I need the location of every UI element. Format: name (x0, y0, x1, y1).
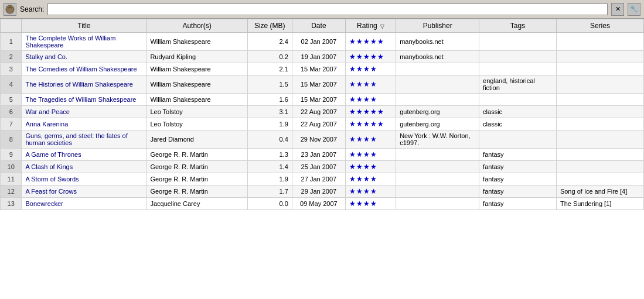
col-header-series[interactable]: Series (556, 19, 643, 33)
book-date: 22 Aug 2007 (292, 106, 345, 118)
star-rating: ★★★★★ (349, 37, 384, 46)
book-title[interactable]: A Game of Thrones (22, 149, 146, 161)
book-title[interactable]: The Complete Works of William Shakespear… (22, 33, 146, 51)
table-row[interactable]: 6War and PeaceLeo Tolstoy3.122 Aug 2007★… (1, 106, 644, 118)
book-series (556, 161, 643, 173)
book-publisher (396, 161, 479, 173)
book-size: 1.6 (247, 94, 292, 106)
preferences-button[interactable]: 🔧 (628, 3, 640, 16)
book-title[interactable]: War and Peace (22, 106, 146, 118)
table-row[interactable]: 5The Tragedies of William ShakespeareWil… (1, 94, 644, 106)
row-number: 9 (1, 149, 22, 161)
search-input[interactable] (47, 4, 608, 15)
clear-search-button[interactable]: ✕ (611, 3, 624, 16)
books-table-container: Title Author(s) Size (MB) Date Rating ▽ … (0, 19, 644, 299)
book-author: William Shakespeare (146, 94, 247, 106)
table-row[interactable]: 4The Histories of William ShakespeareWil… (1, 75, 644, 94)
row-number: 12 (1, 185, 22, 198)
rating-sort-icon: ▽ (380, 23, 384, 29)
table-row[interactable]: 1The Complete Works of William Shakespea… (1, 33, 644, 51)
table-row[interactable]: 12A Feast for CrowsGeorge R. R. Martin1.… (1, 185, 644, 198)
book-size: 1.7 (247, 185, 292, 198)
book-date: 25 Jan 2007 (292, 161, 345, 173)
book-series (556, 33, 643, 51)
book-rating[interactable]: ★★★★ (346, 185, 396, 198)
book-author: Jacqueline Carey (146, 198, 247, 210)
svg-point-0 (6, 5, 14, 13)
book-rating[interactable]: ★★★★ (346, 149, 396, 161)
row-number: 4 (1, 75, 22, 94)
book-rating[interactable]: ★★★★★ (346, 118, 396, 130)
book-tags (479, 33, 557, 51)
col-header-rating[interactable]: Rating ▽ (346, 19, 396, 33)
search-label: Search: (20, 5, 44, 13)
table-row[interactable]: 3The Comedies of William ShakespeareWill… (1, 63, 644, 75)
book-series (556, 94, 643, 106)
star-rating: ★★★★ (349, 65, 377, 73)
col-header-size[interactable]: Size (MB) (247, 19, 292, 33)
book-title[interactable]: Bonewrecker (22, 198, 146, 210)
book-author: Jared Diamond (146, 130, 247, 149)
star-rating: ★★★★★ (349, 120, 384, 128)
book-title[interactable]: The Histories of William Shakespeare (22, 75, 146, 94)
app-icon[interactable] (4, 3, 16, 16)
table-row[interactable]: 9A Game of ThronesGeorge R. R. Martin1.3… (1, 149, 644, 161)
col-header-tags[interactable]: Tags (479, 19, 557, 33)
book-date: 27 Jan 2007 (292, 173, 345, 185)
book-size: 0.2 (247, 51, 292, 63)
book-title[interactable]: A Feast for Crows (22, 185, 146, 198)
book-title[interactable]: The Comedies of William Shakespeare (22, 63, 146, 75)
book-title[interactable]: Guns, germs, and steel: the fates of hum… (22, 130, 146, 149)
row-number: 1 (1, 33, 22, 51)
book-date: 23 Jan 2007 (292, 149, 345, 161)
row-number: 6 (1, 106, 22, 118)
book-title[interactable]: A Storm of Swords (22, 173, 146, 185)
book-size: 3.1 (247, 106, 292, 118)
book-rating[interactable]: ★★★★ (346, 130, 396, 149)
row-number: 5 (1, 94, 22, 106)
col-header-date[interactable]: Date (292, 19, 345, 33)
row-number: 10 (1, 161, 22, 173)
book-rating[interactable]: ★★★★ (346, 198, 396, 210)
table-row[interactable]: 11A Storm of SwordsGeorge R. R. Martin1.… (1, 173, 644, 185)
col-header-publisher[interactable]: Publisher (396, 19, 479, 33)
book-author: William Shakespeare (146, 33, 247, 51)
star-rating: ★★★★ (349, 135, 377, 143)
book-title[interactable]: Anna Karenina (22, 118, 146, 130)
book-rating[interactable]: ★★★★ (346, 173, 396, 185)
book-rating[interactable]: ★★★★ (346, 161, 396, 173)
book-date: 15 Mar 2007 (292, 63, 345, 75)
table-row[interactable]: 7Anna KareninaLeo Tolstoy1.922 Aug 2007★… (1, 118, 644, 130)
book-size: 1.9 (247, 173, 292, 185)
book-series: The Sundering [1] (556, 198, 643, 210)
book-publisher (396, 75, 479, 94)
books-table: Title Author(s) Size (MB) Date Rating ▽ … (0, 19, 644, 210)
book-tags (479, 63, 557, 75)
table-row[interactable]: 8Guns, germs, and steel: the fates of hu… (1, 130, 644, 149)
col-header-title[interactable]: Title (22, 19, 146, 33)
col-header-authors[interactable]: Author(s) (146, 19, 247, 33)
book-rating[interactable]: ★★★★ (346, 94, 396, 106)
book-rating[interactable]: ★★★★★ (346, 51, 396, 63)
book-series (556, 130, 643, 149)
table-header-row: Title Author(s) Size (MB) Date Rating ▽ … (1, 19, 644, 33)
book-title[interactable]: The Tragedies of William Shakespeare (22, 94, 146, 106)
table-row[interactable]: 2Stalky and Co.Rudyard Kipling0.219 Jan … (1, 51, 644, 63)
book-publisher (396, 173, 479, 185)
book-tags: fantasy (479, 161, 557, 173)
book-rating[interactable]: ★★★★ (346, 63, 396, 75)
table-row[interactable]: 10A Clash of KingsGeorge R. R. Martin1.4… (1, 161, 644, 173)
book-author: George R. R. Martin (146, 149, 247, 161)
book-author: William Shakespeare (146, 63, 247, 75)
book-series (556, 51, 643, 63)
book-rating[interactable]: ★★★★ (346, 75, 396, 94)
col-header-num (1, 19, 22, 33)
star-rating: ★★★★★ (349, 108, 384, 116)
table-row[interactable]: 13BonewreckerJacqueline Carey0.009 May 2… (1, 198, 644, 210)
book-rating[interactable]: ★★★★★ (346, 106, 396, 118)
book-series: Song of Ice and Fire [4] (556, 185, 643, 198)
book-title[interactable]: A Clash of Kings (22, 161, 146, 173)
book-rating[interactable]: ★★★★★ (346, 33, 396, 51)
book-tags (479, 130, 557, 149)
book-title[interactable]: Stalky and Co. (22, 51, 146, 63)
